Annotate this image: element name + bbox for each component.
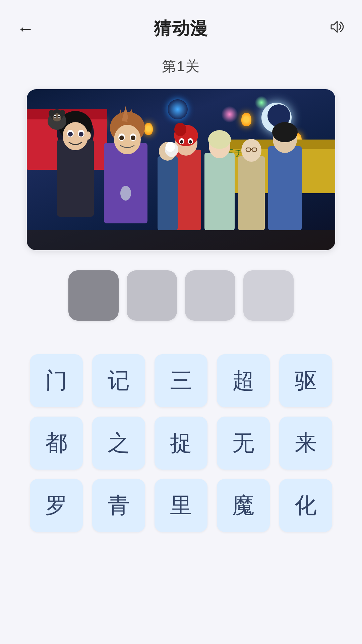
svg-point-8	[63, 122, 88, 150]
back-button[interactable]: ←	[17, 18, 34, 39]
svg-rect-42	[204, 153, 235, 230]
svg-point-22	[59, 110, 65, 117]
answer-slot-4[interactable]	[243, 270, 294, 321]
option-btn-来[interactable]: 来	[279, 417, 332, 470]
svg-point-11	[68, 132, 73, 137]
option-btn-记[interactable]: 记	[92, 354, 145, 407]
svg-rect-56	[158, 156, 178, 230]
svg-point-41	[189, 140, 192, 144]
svg-point-44	[208, 130, 231, 149]
option-btn-化[interactable]: 化	[279, 479, 332, 532]
svg-rect-23	[104, 143, 147, 223]
options-row-1: 门 记 三 超 驱	[27, 354, 335, 407]
svg-point-20	[58, 116, 60, 118]
sound-button[interactable]	[328, 18, 345, 39]
svg-point-31	[119, 136, 124, 140]
answer-slots	[68, 270, 294, 321]
svg-point-46	[241, 139, 261, 162]
answer-slot-3[interactable]	[185, 270, 235, 321]
scene-svg: 玉チせ	[27, 89, 335, 250]
header: ← 猜动漫	[0, 0, 362, 50]
svg-rect-6	[57, 140, 94, 217]
svg-point-55	[272, 122, 298, 142]
option-btn-超[interactable]: 超	[217, 354, 270, 407]
option-btn-无[interactable]: 无	[217, 417, 270, 470]
option-btn-之[interactable]: 之	[92, 417, 145, 470]
options-grid: 门 记 三 超 驱 都 之 捉 无 来 罗 青 里 魔 化	[27, 354, 335, 532]
svg-point-21	[49, 110, 55, 117]
anime-image: 玉チせ	[27, 89, 335, 250]
svg-point-19	[54, 116, 56, 118]
svg-point-28	[114, 125, 141, 154]
option-btn-青[interactable]: 青	[92, 479, 145, 532]
svg-point-33	[120, 186, 131, 201]
option-btn-罗[interactable]: 罗	[30, 479, 83, 532]
svg-point-59	[166, 142, 175, 152]
page-title: 猜动漫	[154, 17, 208, 40]
option-btn-里[interactable]: 里	[155, 479, 207, 532]
answer-slot-1[interactable]	[68, 270, 119, 321]
option-btn-都[interactable]: 都	[30, 417, 83, 470]
option-btn-魔[interactable]: 魔	[217, 479, 270, 532]
svg-point-37	[174, 123, 186, 136]
svg-rect-50	[268, 146, 302, 230]
level-label: 第1关	[162, 57, 200, 76]
options-row-3: 罗 青 里 魔 化	[27, 479, 335, 532]
option-btn-捉[interactable]: 捉	[155, 417, 207, 470]
svg-point-12	[79, 132, 83, 137]
svg-rect-60	[27, 230, 335, 250]
option-btn-门[interactable]: 门	[30, 354, 83, 407]
svg-point-32	[131, 136, 135, 140]
volume-icon	[328, 18, 345, 36]
answer-slot-2[interactable]	[127, 270, 177, 321]
svg-point-40	[180, 140, 183, 144]
option-btn-驱[interactable]: 驱	[279, 354, 332, 407]
svg-point-13	[85, 131, 91, 140]
svg-rect-45	[238, 156, 265, 230]
option-btn-三[interactable]: 三	[155, 354, 207, 407]
options-row-2: 都 之 捉 无 来	[27, 417, 335, 470]
